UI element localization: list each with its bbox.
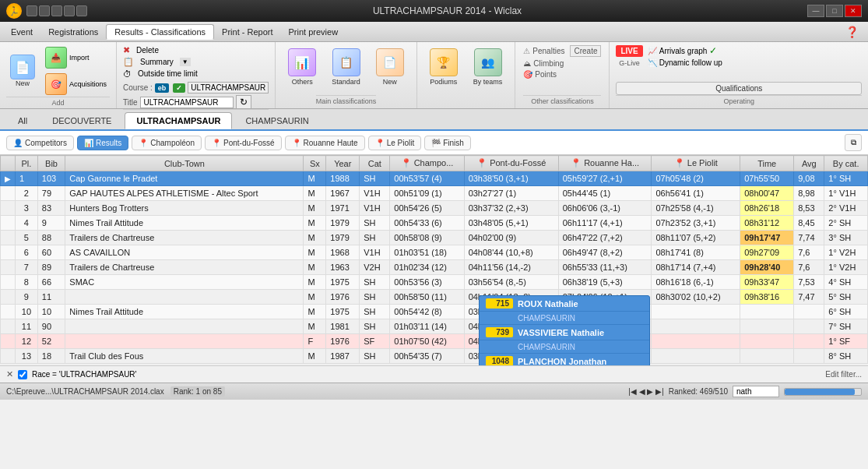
tb-icon-4[interactable]: [64, 5, 75, 16]
outside-time-row: ⏱ Outside time limit: [123, 69, 269, 79]
menu-preview[interactable]: Print preview: [281, 25, 346, 39]
standard-button[interactable]: 📋 Standard: [325, 45, 367, 95]
table-row[interactable]: 1252F1976SF01h07'50 (42)04h2...1° SF: [1, 334, 868, 349]
podiums-icon: 🏆: [430, 48, 458, 76]
maximize-button[interactable]: □: [826, 5, 843, 17]
summary-button[interactable]: Summary: [136, 57, 177, 67]
col-rouanne[interactable]: 📍 Rouanne Ha...: [558, 156, 652, 171]
podiums-button[interactable]: 🏆 Podiums: [423, 45, 464, 103]
menu-registrations[interactable]: Registrations: [40, 25, 106, 39]
col-cat[interactable]: Cat: [360, 156, 390, 171]
table-row[interactable]: 383Hunters Bog TrottersM1971V1H00h54'26 …: [1, 201, 868, 216]
delete-button[interactable]: Delete: [132, 45, 163, 55]
table-row[interactable]: 1010Nimes Trail AttitudeM1975SH00h54'42 …: [1, 305, 868, 319]
col-pont[interactable]: 📍 Pont-du-Fossé: [464, 156, 558, 171]
main-classifications-group: 📊 Others 📋 Standard 📄 New Main classific…: [276, 42, 417, 108]
table-scroll[interactable]: Pl. Bib Club-Town Sx Year Cat 📍 Champo..…: [0, 155, 868, 365]
table-row[interactable]: 789Trailers de ChartreuseM1963V2H01h02'3…: [1, 260, 868, 275]
col-sx[interactable]: Sx: [304, 156, 326, 171]
row-avg: 8,53: [794, 201, 824, 216]
subtab-competitors[interactable]: 👤 Competitors: [6, 136, 74, 150]
col-bib[interactable]: Bib: [37, 156, 65, 171]
tab-ultrachampsaur[interactable]: ULTRACHAMPSAUR: [125, 112, 232, 129]
table-row[interactable]: 588Trailers de ChartreuseM1979SH00h58'08…: [1, 231, 868, 245]
table-row[interactable]: 1318Trail Club des FousM1987SH00h54'35 (…: [1, 349, 868, 364]
col-year[interactable]: Year: [326, 156, 360, 171]
tab-all[interactable]: All: [6, 112, 39, 129]
table-row[interactable]: 866SMACM1975SH00h53'56 (3)03h56'54 (8,-5…: [1, 275, 868, 290]
menu-print[interactable]: Print - Report: [214, 25, 280, 39]
pont-icon: 📍: [212, 139, 221, 147]
menu-event[interactable]: Event: [3, 25, 40, 39]
row-piolit: 07h25'58 (4,-1): [652, 201, 740, 216]
row-avg: [794, 319, 824, 334]
by-teams-button[interactable]: 👥 By teams: [467, 45, 509, 103]
col-time[interactable]: Time: [740, 156, 794, 171]
help-button[interactable]: ❓: [839, 26, 865, 38]
subtab-champoleon[interactable]: 📍 Champoléon: [132, 136, 202, 150]
new-class-button[interactable]: 📄 New: [370, 45, 410, 95]
points-label: Points: [535, 70, 557, 79]
search-input[interactable]: [733, 386, 779, 397]
table-row[interactable]: 1190M1981SH01h03'11 (14)04h1...7° SH: [1, 319, 868, 334]
subtab-piolit[interactable]: 📍 Le Piolit: [368, 136, 422, 150]
col-piolit[interactable]: 📍 Le Piolit: [652, 156, 740, 171]
tb-icon-2[interactable]: [39, 5, 50, 16]
climbing-icon: ⛰: [523, 59, 531, 68]
filter-close-icon[interactable]: ✕: [6, 369, 13, 379]
subtab-results[interactable]: 📊 Results: [77, 136, 128, 150]
col-bycat[interactable]: By cat.: [824, 156, 868, 171]
tb-icon-3[interactable]: [51, 5, 62, 16]
import-button[interactable]: 📥 Import: [42, 45, 110, 70]
table-body: ▶1103Cap Garonne le PradetM1988SH00h53'5…: [1, 171, 868, 364]
row-bycat: 5° SH: [824, 290, 868, 305]
subtab-rouanne[interactable]: 📍 Rouanne Haute: [285, 136, 365, 150]
title-bar-controls[interactable]: — □ ✕: [807, 5, 862, 17]
col-champo[interactable]: 📍 Champo...: [390, 156, 464, 171]
close-button[interactable]: ✕: [845, 5, 862, 17]
subtab-finish[interactable]: 🏁 Finish: [424, 136, 471, 150]
create-button[interactable]: Create: [570, 45, 601, 57]
new-button[interactable]: 📄 New: [6, 52, 39, 90]
tb-icon-5[interactable]: [76, 5, 87, 16]
arrivals-graph-button[interactable]: 📈 Arrivals graph ✓: [648, 45, 722, 56]
tab-champsaurin[interactable]: CHAMPSAURIN: [234, 112, 320, 129]
sub-tab-copy-button[interactable]: ⧉: [845, 134, 862, 151]
edit-filter-button[interactable]: Edit filter...: [825, 370, 862, 379]
col-club[interactable]: Club-Town: [65, 156, 304, 171]
subtab-pont[interactable]: 📍 Pont-du-Fossé: [205, 136, 282, 150]
live-button[interactable]: LIVE: [616, 45, 642, 57]
col-avg[interactable]: Avg: [794, 156, 824, 171]
acquisitions-button[interactable]: 🎯 Acquisitions: [42, 72, 110, 97]
qualifications-button[interactable]: Qualifications: [616, 82, 862, 95]
minimize-button[interactable]: —: [807, 5, 824, 17]
outside-time-button[interactable]: Outside time limit: [134, 69, 202, 79]
row-year: 1975: [326, 305, 360, 319]
ranked-info: Ranked: 469/510: [669, 387, 728, 396]
filter-checkbox[interactable]: [18, 370, 27, 379]
row-piolit: 07h23'52 (3,+1): [652, 216, 740, 231]
tb-icon-1[interactable]: [26, 5, 37, 16]
table-row[interactable]: 660AS CAVAILLONM1968V1H01h03'51 (18)04h0…: [1, 245, 868, 260]
table-row[interactable]: 911M1976SH00h58'50 (11)04h11'04 (13,-2)0…: [1, 290, 868, 305]
menu-results[interactable]: Results - Classifications: [106, 24, 214, 40]
dynamic-follow-button[interactable]: 📉 Dynamic follow up: [648, 58, 722, 67]
title-input[interactable]: [140, 97, 234, 108]
row-piolit: 06h56'41 (1): [652, 186, 740, 201]
row-club: Trailers de Chartreuse: [65, 231, 304, 245]
table-row[interactable]: 279GAP HAUTES ALPES ATHLETISME - Altec S…: [1, 186, 868, 201]
new-class-icon: 📄: [376, 48, 404, 76]
table-row[interactable]: ▶1103Cap Garonne le PradetM1988SH00h53'5…: [1, 171, 868, 186]
summary-dropdown[interactable]: ▼: [180, 58, 191, 66]
row-bib: 10: [37, 305, 65, 319]
others-button[interactable]: 📊 Others: [282, 45, 322, 95]
tab-decouverte[interactable]: DECOUVERTE: [40, 112, 123, 129]
row-piolit: 08h11'07 (5,+2): [652, 231, 740, 245]
course-value-btn[interactable]: ULTRACHAMPSAUR: [188, 82, 269, 93]
table-row[interactable]: 49Nimes Trail AttitudeM1979SH00h54'33 (6…: [1, 216, 868, 231]
tooltip-club-label-2: CHAMPSAURIN: [518, 343, 575, 351]
col-pl[interactable]: Pl.: [16, 156, 38, 171]
refresh-button[interactable]: ↻: [236, 95, 251, 109]
row-pl: 7: [16, 260, 38, 275]
row-year: 1963: [326, 260, 360, 275]
